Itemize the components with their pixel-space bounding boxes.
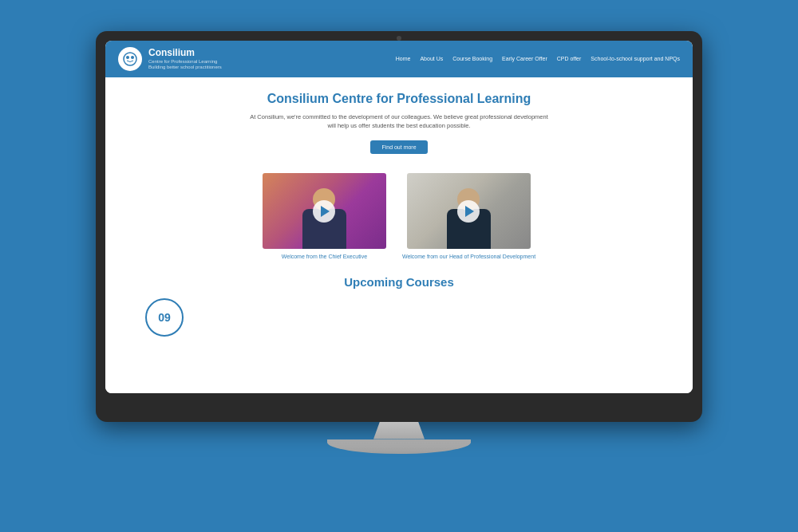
brand-tagline: Centre for Professional LearningBuilding…: [148, 59, 222, 70]
monitor-bezel: Consilium Centre for Professional Learni…: [105, 41, 693, 393]
upcoming-courses-title: Upcoming Courses: [121, 275, 677, 289]
videos-section: Welcome from the Chief Executive: [105, 164, 693, 269]
brand-name: Consilium: [148, 47, 222, 58]
scene: Consilium Centre for Professional Learni…: [88, 31, 710, 502]
courses-row: 09: [121, 298, 677, 337]
nav-link-about[interactable]: About Us: [420, 56, 443, 61]
svg-point-0: [124, 53, 136, 65]
screen: Consilium Centre for Professional Learni…: [105, 41, 693, 393]
nav-link-early[interactable]: Early Career Offer: [502, 56, 547, 61]
hero-title: Consilium Centre for Professional Learni…: [137, 92, 661, 106]
hero-section: Consilium Centre for Professional Learni…: [105, 77, 693, 164]
play-button-1[interactable]: [313, 200, 335, 223]
course-number-badge[interactable]: 09: [145, 298, 184, 337]
nav-brand: Consilium Centre for Professional Learni…: [118, 47, 222, 71]
monitor: Consilium Centre for Professional Learni…: [96, 31, 702, 422]
video-thumbnail-2[interactable]: [407, 173, 531, 249]
video-card-2: Welcome from our Head of Professional De…: [402, 173, 535, 259]
upcoming-courses-section: Upcoming Courses 09: [105, 269, 693, 393]
find-out-more-button[interactable]: Find out more: [370, 140, 427, 154]
nav-link-home[interactable]: Home: [396, 56, 411, 61]
nav-logo: [118, 47, 142, 71]
nav-link-booking[interactable]: Course Booking: [452, 56, 492, 61]
hero-subtitle: At Consilium, we're committed to the dev…: [247, 112, 551, 131]
play-icon-1: [321, 206, 330, 217]
video-card-1: Welcome from the Chief Executive: [263, 173, 386, 259]
navbar: Consilium Centre for Professional Learni…: [105, 41, 693, 77]
video-caption-2: Welcome from our Head of Professional De…: [402, 254, 535, 259]
svg-point-2: [131, 56, 134, 59]
play-button-2[interactable]: [457, 200, 480, 223]
video-thumbnail-1[interactable]: [263, 173, 386, 249]
stand-base: [327, 439, 471, 454]
play-icon-2: [465, 206, 474, 217]
video-caption-1: Welcome from the Chief Executive: [282, 254, 367, 259]
nav-link-school[interactable]: School-to-school support and NPQs: [591, 56, 680, 61]
nav-brand-text: Consilium Centre for Professional Learni…: [148, 47, 222, 70]
camera-dot: [397, 36, 401, 41]
stand-neck: [367, 422, 431, 439]
monitor-stand: [327, 422, 471, 454]
nav-links: Home About Us Course Booking Early Caree…: [396, 56, 680, 61]
nav-link-cpd[interactable]: CPD offer: [557, 56, 582, 61]
svg-point-1: [126, 56, 129, 59]
